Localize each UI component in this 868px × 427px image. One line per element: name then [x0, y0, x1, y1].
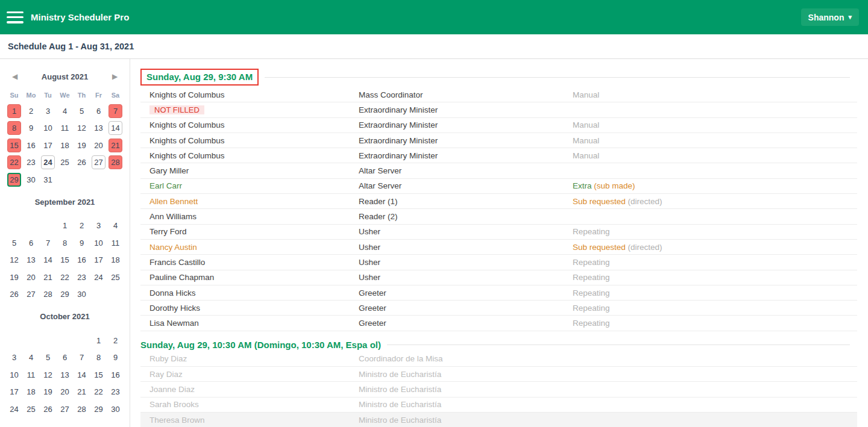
calendar-day[interactable]: 1: [7, 104, 21, 118]
calendar-day[interactable]: 12: [41, 368, 55, 382]
calendar-day[interactable]: 23: [24, 155, 38, 169]
calendar-day[interactable]: 9: [108, 351, 122, 364]
calendar-day[interactable]: 7: [108, 104, 122, 118]
calendar-day[interactable]: 6: [58, 351, 72, 364]
calendar-day[interactable]: 21: [108, 139, 122, 152]
calendar-day[interactable]: 23: [108, 385, 122, 399]
calendar-day[interactable]: 8: [7, 121, 21, 135]
calendar-day[interactable]: 31: [41, 173, 55, 187]
calendar-day[interactable]: 19: [75, 139, 89, 152]
calendar-day[interactable]: 27: [58, 402, 72, 416]
schedule-row[interactable]: Joanne DiazMinistro de Eucharistía: [140, 382, 857, 397]
schedule-row[interactable]: Terry FordUsherRepeating: [140, 225, 857, 240]
calendar-day[interactable]: 25: [24, 402, 38, 416]
calendar-day[interactable]: 17: [41, 139, 55, 152]
calendar-day[interactable]: 4: [58, 104, 72, 118]
calendar-day[interactable]: 26: [41, 402, 55, 416]
schedule-row[interactable]: Pauline ChapmanUsherRepeating: [140, 270, 857, 285]
calendar-day[interactable]: 29: [92, 402, 105, 416]
calendar-day[interactable]: 10: [41, 121, 55, 135]
schedule-row[interactable]: Knights of ColumbusExtraordinary Ministe…: [140, 148, 857, 163]
calendar-day[interactable]: 5: [41, 351, 55, 364]
calendar-day[interactable]: 26: [75, 155, 89, 169]
calendar-day[interactable]: 3: [41, 104, 55, 118]
calendar-day[interactable]: 28: [108, 155, 122, 169]
calendar-day[interactable]: 15: [7, 139, 21, 152]
calendar-day[interactable]: 9: [24, 121, 38, 135]
calendar-day[interactable]: 25: [108, 270, 122, 284]
calendar-day[interactable]: 8: [58, 236, 72, 250]
calendar-day[interactable]: 24: [41, 155, 55, 169]
calendar-day[interactable]: 21: [41, 270, 55, 284]
calendar-day[interactable]: 2: [24, 104, 38, 118]
schedule-row[interactable]: Sarah BrooksMinistro de Eucharistía: [140, 397, 857, 413]
calendar-day[interactable]: 11: [24, 368, 38, 382]
calendar-day[interactable]: 14: [108, 121, 122, 135]
next-month-icon[interactable]: ▶: [106, 72, 124, 81]
calendar-day[interactable]: 23: [75, 270, 89, 284]
calendar-day[interactable]: 6: [24, 236, 38, 250]
user-menu-button[interactable]: Shannon ▾: [801, 8, 859, 26]
calendar-day[interactable]: 11: [108, 236, 122, 250]
calendar-day[interactable]: 20: [58, 385, 72, 399]
schedule-row[interactable]: Lisa NewmanGreeterRepeating: [140, 316, 857, 331]
calendar-day[interactable]: 8: [92, 351, 105, 364]
calendar-day[interactable]: 12: [7, 253, 21, 267]
schedule-row[interactable]: Ann WilliamsReader (2): [140, 209, 857, 224]
schedule-row[interactable]: Knights of ColumbusExtraordinary Ministe…: [140, 133, 857, 148]
calendar-day[interactable]: 24: [7, 402, 21, 416]
calendar-day[interactable]: 26: [7, 287, 21, 301]
calendar-day[interactable]: 18: [24, 385, 38, 399]
calendar-day[interactable]: 17: [92, 253, 105, 267]
calendar-day[interactable]: 7: [41, 236, 55, 250]
calendar-day[interactable]: 16: [108, 368, 122, 382]
schedule-row[interactable]: Francis CastilloUsherRepeating: [140, 255, 857, 270]
calendar-day[interactable]: 14: [75, 368, 89, 382]
calendar-day[interactable]: 6: [92, 104, 105, 118]
schedule-row[interactable]: Theresa BrownMinistro de Eucharistía: [140, 413, 857, 427]
calendar-day[interactable]: 19: [7, 270, 21, 284]
calendar-day[interactable]: 5: [7, 236, 21, 250]
calendar-day[interactable]: 30: [75, 287, 89, 301]
calendar-day[interactable]: 2: [75, 219, 89, 232]
calendar-day[interactable]: 27: [92, 155, 105, 169]
schedule-row[interactable]: Allen BennettReader (1)Sub requested (di…: [140, 194, 857, 209]
schedule-row[interactable]: Knights of ColumbusMass CoordinatorManua…: [140, 87, 857, 102]
calendar-day[interactable]: 21: [75, 385, 89, 399]
hamburger-menu-icon[interactable]: [7, 11, 24, 23]
calendar-day[interactable]: 17: [7, 385, 21, 399]
calendar-day[interactable]: 25: [58, 155, 72, 169]
calendar-day[interactable]: 18: [108, 253, 122, 267]
calendar-day[interactable]: 4: [24, 351, 38, 364]
calendar-day[interactable]: 13: [58, 368, 72, 382]
calendar-day[interactable]: 3: [92, 219, 105, 232]
calendar-day[interactable]: 3: [7, 351, 21, 364]
calendar-day[interactable]: 20: [24, 270, 38, 284]
calendar-day[interactable]: 11: [58, 121, 72, 135]
calendar-day[interactable]: 13: [92, 121, 105, 135]
calendar-day[interactable]: 22: [7, 155, 21, 169]
calendar-day[interactable]: 5: [75, 104, 89, 118]
calendar-day[interactable]: 29: [58, 287, 72, 301]
calendar-day[interactable]: 7: [75, 351, 89, 364]
calendar-day[interactable]: 9: [75, 236, 89, 250]
calendar-day[interactable]: 12: [75, 121, 89, 135]
calendar-day[interactable]: 13: [24, 253, 38, 267]
calendar-day[interactable]: 10: [92, 236, 105, 250]
schedule-row[interactable]: Earl CarrAltar ServerExtra (sub made): [140, 179, 857, 194]
calendar-day[interactable]: 2: [108, 334, 122, 348]
calendar-day[interactable]: 28: [75, 402, 89, 416]
calendar-day[interactable]: 19: [41, 385, 55, 399]
calendar-day[interactable]: 22: [92, 385, 105, 399]
schedule-row[interactable]: Nancy AustinUsherSub requested (directed…: [140, 240, 857, 255]
calendar-day[interactable]: 4: [108, 219, 122, 232]
calendar-day[interactable]: 18: [58, 139, 72, 152]
schedule-row[interactable]: Knights of ColumbusExtraordinary Ministe…: [140, 118, 857, 133]
calendar-day[interactable]: 30: [24, 173, 38, 187]
calendar-day[interactable]: 29: [7, 173, 21, 187]
schedule-row[interactable]: Gary MillerAltar Server: [140, 163, 857, 178]
calendar-day[interactable]: 22: [58, 270, 72, 284]
calendar-day[interactable]: 27: [24, 287, 38, 301]
calendar-day[interactable]: 16: [24, 139, 38, 152]
calendar-day[interactable]: 16: [75, 253, 89, 267]
